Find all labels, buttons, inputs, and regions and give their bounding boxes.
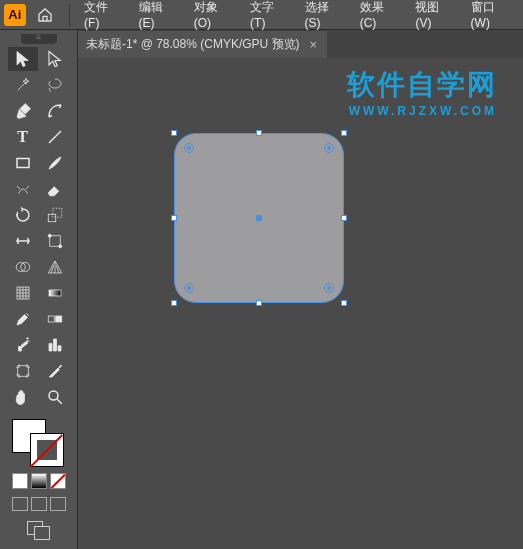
hand-tool[interactable] (8, 385, 38, 409)
draw-inside-icon[interactable] (50, 497, 66, 511)
resize-handle-s[interactable] (256, 300, 262, 306)
curvature-tool[interactable] (40, 99, 70, 123)
zoom-tool[interactable] (40, 385, 70, 409)
svg-line-15 (57, 399, 62, 404)
svg-rect-13 (17, 366, 28, 377)
svg-rect-12 (55, 316, 61, 322)
scale-tool[interactable] (40, 203, 70, 227)
color-mode-row (12, 473, 66, 489)
home-icon[interactable] (36, 5, 56, 25)
menu-window[interactable]: 窗口(W) (465, 0, 519, 32)
artboard-tool[interactable] (8, 359, 38, 383)
menu-effect[interactable]: 效果(C) (354, 0, 406, 32)
shaper-tool[interactable] (8, 177, 38, 201)
shape-builder-tool[interactable] (8, 255, 38, 279)
mesh-tool[interactable] (8, 281, 38, 305)
color-mode-gradient[interactable] (31, 473, 47, 489)
menu-separator (69, 4, 70, 26)
svg-point-5 (48, 234, 51, 237)
selection-tool[interactable] (8, 47, 38, 71)
toolbox-grip-icon[interactable] (21, 34, 57, 44)
gradient-tool[interactable] (40, 281, 70, 305)
menu-edit[interactable]: 编辑(E) (133, 0, 184, 32)
svg-line-0 (49, 131, 61, 143)
rectangle-tool[interactable] (8, 151, 38, 175)
menu-select[interactable]: 选择(S) (299, 0, 350, 32)
svg-rect-2 (48, 214, 56, 222)
width-tool[interactable] (8, 229, 38, 253)
corner-widget-ne[interactable] (324, 143, 334, 153)
fill-stroke-swatches[interactable] (12, 419, 66, 467)
menu-object[interactable]: 对象(O) (188, 0, 240, 32)
free-transform-tool[interactable] (40, 229, 70, 253)
slice-tool[interactable] (40, 359, 70, 383)
watermark: 软件自学网 WWW.RJZXW.COM (347, 66, 497, 118)
center-point-icon[interactable] (256, 215, 262, 221)
lasso-tool[interactable] (40, 73, 70, 97)
eyedropper-tool[interactable] (8, 307, 38, 331)
document-tab-bar: 未标题-1* @ 78.08% (CMYK/GPU 预览) × (78, 30, 523, 58)
resize-handle-ne[interactable] (341, 130, 347, 136)
selected-rounded-rectangle[interactable] (174, 133, 344, 303)
menu-type[interactable]: 文字(T) (244, 0, 294, 32)
resize-handle-w[interactable] (171, 215, 177, 221)
rotate-tool[interactable] (8, 203, 38, 227)
resize-handle-nw[interactable] (171, 130, 177, 136)
menu-view[interactable]: 视图(V) (409, 0, 460, 32)
svg-rect-1 (17, 159, 29, 168)
corner-widget-se[interactable] (324, 283, 334, 293)
corner-widget-nw[interactable] (184, 143, 194, 153)
svg-rect-10 (49, 290, 61, 296)
line-segment-tool[interactable] (40, 125, 70, 149)
direct-selection-tool[interactable] (40, 47, 70, 71)
resize-handle-sw[interactable] (171, 300, 177, 306)
draw-mode-row (12, 497, 66, 511)
resize-handle-n[interactable] (256, 130, 262, 136)
toolbox-panel: T (0, 30, 78, 549)
magic-wand-tool[interactable] (8, 73, 38, 97)
document-tab[interactable]: 未标题-1* @ 78.08% (CMYK/GPU 预览) × (78, 31, 327, 58)
paintbrush-tool[interactable] (40, 151, 70, 175)
svg-point-14 (49, 391, 58, 400)
column-graph-tool[interactable] (40, 333, 70, 357)
resize-handle-se[interactable] (341, 300, 347, 306)
color-mode-none[interactable] (50, 473, 66, 489)
perspective-grid-tool[interactable] (40, 255, 70, 279)
bounding-box (174, 133, 344, 303)
draw-normal-icon[interactable] (12, 497, 28, 511)
corner-widget-sw[interactable] (184, 283, 194, 293)
blend-tool[interactable] (40, 307, 70, 331)
svg-point-6 (58, 245, 61, 248)
watermark-url: WWW.RJZXW.COM (347, 104, 497, 118)
svg-rect-3 (52, 208, 61, 217)
close-icon[interactable]: × (308, 37, 320, 52)
menu-bar: Ai 文件(F) 编辑(E) 对象(O) 文字(T) 选择(S) 效果(C) 视… (0, 0, 523, 30)
pen-tool[interactable] (8, 99, 38, 123)
document-tab-title: 未标题-1* @ 78.08% (CMYK/GPU 预览) (86, 36, 300, 53)
draw-behind-icon[interactable] (31, 497, 47, 511)
watermark-title: 软件自学网 (347, 66, 497, 104)
stroke-swatch[interactable] (30, 433, 64, 467)
eraser-tool[interactable] (40, 177, 70, 201)
type-tool[interactable]: T (8, 125, 38, 149)
tool-grid: T (8, 47, 70, 409)
symbol-sprayer-tool[interactable] (8, 333, 38, 357)
screen-mode-icon[interactable] (27, 521, 51, 541)
menu-file[interactable]: 文件(F) (78, 0, 128, 32)
color-mode-solid[interactable] (12, 473, 28, 489)
resize-handle-e[interactable] (341, 215, 347, 221)
app-logo: Ai (4, 4, 26, 26)
svg-rect-11 (48, 316, 54, 322)
svg-rect-4 (49, 236, 60, 247)
